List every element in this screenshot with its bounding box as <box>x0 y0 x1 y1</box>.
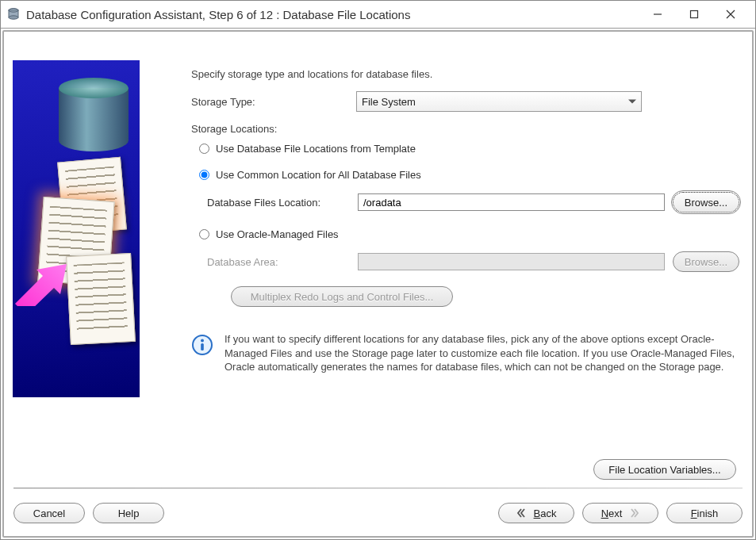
next-button[interactable]: Next <box>582 503 658 523</box>
window-title: Database Configuration Assistant, Step 6… <box>26 8 410 21</box>
svg-point-10 <box>201 339 204 343</box>
instruction-label: Specify storage type and locations for d… <box>191 68 739 80</box>
footer-bar: Cancel Help Back Next Finish <box>9 496 747 531</box>
titlebar: Database Configuration Assistant, Step 6… <box>1 1 755 29</box>
db-files-location-label: Database Files Location: <box>207 197 350 209</box>
svg-point-2 <box>9 16 18 19</box>
maximize-button[interactable] <box>676 3 712 25</box>
wizard-illustration-panel <box>13 60 144 480</box>
browse-db-files-button[interactable]: Browse... <box>673 192 739 213</box>
browse-db-area-button: Browse... <box>673 251 739 272</box>
back-label: Back <box>534 507 557 519</box>
db-files-location-input[interactable] <box>358 193 665 211</box>
app-icon <box>7 8 20 21</box>
info-icon <box>191 334 213 356</box>
radio-use-omf-label: Use Oracle-Managed Files <box>216 228 339 240</box>
multiplex-button: Multiplex Redo Logs and Control Files... <box>231 286 453 307</box>
client-inner: Specify storage type and locations for d… <box>2 30 754 538</box>
radio-use-common-label: Use Common Location for All Database Fil… <box>216 169 421 181</box>
next-label: Next <box>601 507 623 519</box>
radio-use-common[interactable] <box>199 170 209 180</box>
finish-label: Finish <box>691 507 719 519</box>
back-button[interactable]: Back <box>498 503 574 523</box>
radio-use-template-label: Use Database File Locations from Templat… <box>216 143 416 155</box>
db-area-input <box>358 253 665 270</box>
storage-type-select[interactable]: File System <box>356 91 642 112</box>
svg-marker-8 <box>15 264 67 306</box>
cancel-button[interactable]: Cancel <box>13 503 85 523</box>
client-area: Specify storage type and locations for d… <box>1 29 755 539</box>
finish-button[interactable]: Finish <box>666 503 743 523</box>
info-text: If you want to specify different locatio… <box>224 332 739 374</box>
radio-use-omf[interactable] <box>199 229 209 239</box>
minimize-button[interactable] <box>639 3 676 25</box>
svg-rect-11 <box>201 343 204 350</box>
chevron-left-icon <box>516 507 528 519</box>
main-panel: Specify storage type and locations for d… <box>144 36 747 480</box>
db-area-label: Database Area: <box>207 256 350 268</box>
window-root: Database Configuration Assistant, Step 6… <box>0 0 756 540</box>
radio-use-template[interactable] <box>199 144 209 154</box>
file-location-variables-button[interactable]: File Location Variables... <box>593 459 736 480</box>
wizard-illustration <box>13 60 140 397</box>
storage-locations-label: Storage Locations: <box>191 123 739 135</box>
footer-divider <box>13 488 743 488</box>
help-button[interactable]: Help <box>93 503 164 523</box>
close-button[interactable] <box>712 3 749 25</box>
storage-type-value: File System <box>362 96 416 108</box>
storage-type-label: Storage Type: <box>191 96 350 108</box>
chevron-right-icon <box>628 507 639 519</box>
svg-rect-5 <box>691 11 698 18</box>
